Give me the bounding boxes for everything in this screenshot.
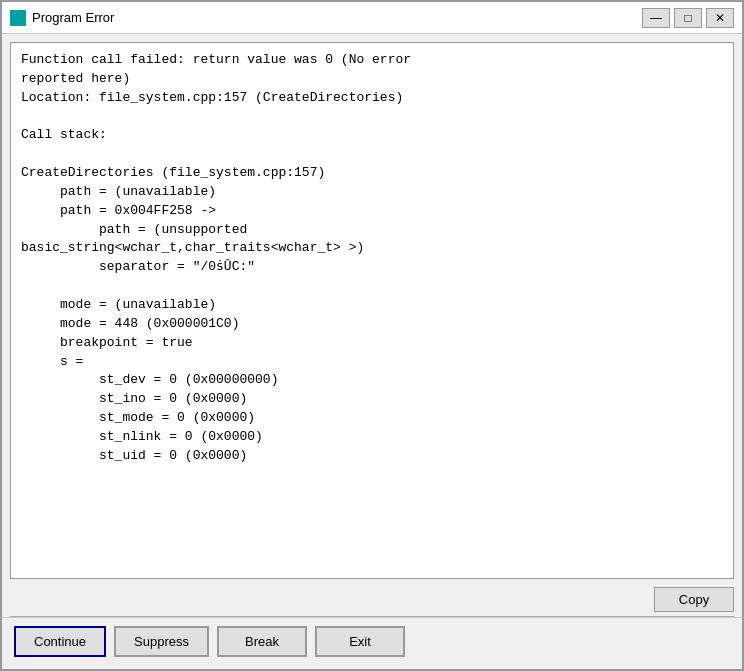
window-controls: — □ ✕	[642, 8, 734, 28]
copy-row: Copy	[2, 583, 742, 616]
content-area: Function call failed: return value was 0…	[2, 34, 742, 669]
window-title: Program Error	[32, 10, 642, 25]
window-icon	[10, 10, 26, 26]
error-text: Function call failed: return value was 0…	[21, 51, 723, 466]
suppress-button[interactable]: Suppress	[114, 626, 209, 657]
close-button[interactable]: ✕	[706, 8, 734, 28]
copy-button[interactable]: Copy	[654, 587, 734, 612]
titlebar: Program Error — □ ✕	[2, 2, 742, 34]
program-error-window: Program Error — □ ✕ Function call failed…	[0, 0, 744, 671]
bottom-buttons: Continue Suppress Break Exit	[2, 617, 742, 669]
maximize-button[interactable]: □	[674, 8, 702, 28]
minimize-button[interactable]: —	[642, 8, 670, 28]
break-button[interactable]: Break	[217, 626, 307, 657]
error-text-container[interactable]: Function call failed: return value was 0…	[10, 42, 734, 579]
continue-button[interactable]: Continue	[14, 626, 106, 657]
exit-button[interactable]: Exit	[315, 626, 405, 657]
